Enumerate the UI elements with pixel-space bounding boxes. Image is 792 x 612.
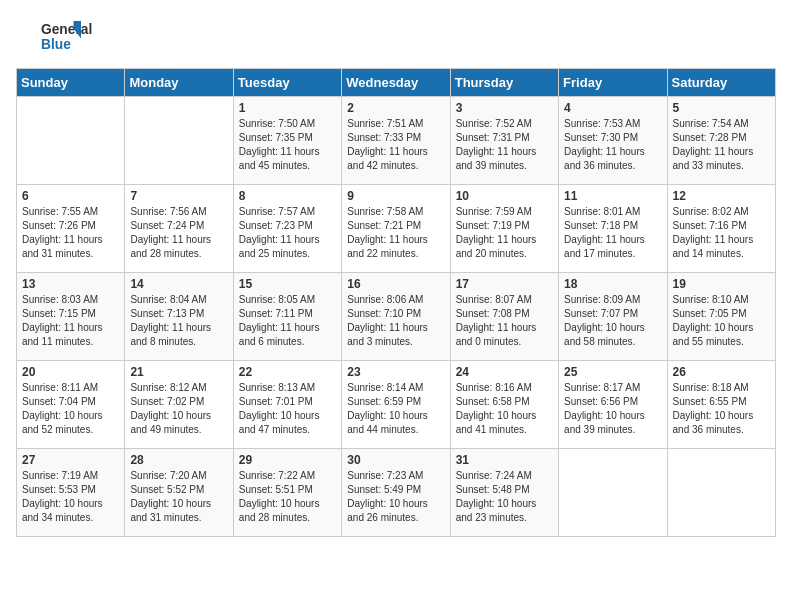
day-number: 22 bbox=[239, 365, 336, 379]
calendar-cell: 21Sunrise: 8:12 AMSunset: 7:02 PMDayligh… bbox=[125, 361, 233, 449]
calendar-cell: 25Sunrise: 8:17 AMSunset: 6:56 PMDayligh… bbox=[559, 361, 667, 449]
day-number: 13 bbox=[22, 277, 119, 291]
weekday-header-wednesday: Wednesday bbox=[342, 69, 450, 97]
calendar-cell: 4Sunrise: 7:53 AMSunset: 7:30 PMDaylight… bbox=[559, 97, 667, 185]
day-info: Sunrise: 7:57 AMSunset: 7:23 PMDaylight:… bbox=[239, 205, 336, 261]
weekday-header-saturday: Saturday bbox=[667, 69, 775, 97]
day-number: 31 bbox=[456, 453, 553, 467]
svg-text:Blue: Blue bbox=[41, 37, 71, 52]
calendar-cell bbox=[667, 449, 775, 537]
weekday-header-row: SundayMondayTuesdayWednesdayThursdayFrid… bbox=[17, 69, 776, 97]
calendar-cell: 30Sunrise: 7:23 AMSunset: 5:49 PMDayligh… bbox=[342, 449, 450, 537]
calendar-cell: 15Sunrise: 8:05 AMSunset: 7:11 PMDayligh… bbox=[233, 273, 341, 361]
day-number: 10 bbox=[456, 189, 553, 203]
day-number: 11 bbox=[564, 189, 661, 203]
calendar-cell: 3Sunrise: 7:52 AMSunset: 7:31 PMDaylight… bbox=[450, 97, 558, 185]
day-number: 21 bbox=[130, 365, 227, 379]
calendar-week-row: 13Sunrise: 8:03 AMSunset: 7:15 PMDayligh… bbox=[17, 273, 776, 361]
day-number: 28 bbox=[130, 453, 227, 467]
day-number: 4 bbox=[564, 101, 661, 115]
page-header: General Blue bbox=[16, 16, 776, 56]
calendar-cell: 6Sunrise: 7:55 AMSunset: 7:26 PMDaylight… bbox=[17, 185, 125, 273]
day-number: 20 bbox=[22, 365, 119, 379]
day-number: 17 bbox=[456, 277, 553, 291]
logo-icon: General Blue bbox=[16, 16, 106, 56]
calendar-cell: 10Sunrise: 7:59 AMSunset: 7:19 PMDayligh… bbox=[450, 185, 558, 273]
day-number: 23 bbox=[347, 365, 444, 379]
day-info: Sunrise: 8:17 AMSunset: 6:56 PMDaylight:… bbox=[564, 381, 661, 437]
calendar-cell: 19Sunrise: 8:10 AMSunset: 7:05 PMDayligh… bbox=[667, 273, 775, 361]
day-number: 8 bbox=[239, 189, 336, 203]
logo: General Blue bbox=[16, 16, 106, 56]
day-info: Sunrise: 8:02 AMSunset: 7:16 PMDaylight:… bbox=[673, 205, 770, 261]
day-number: 25 bbox=[564, 365, 661, 379]
calendar-cell bbox=[125, 97, 233, 185]
calendar-week-row: 27Sunrise: 7:19 AMSunset: 5:53 PMDayligh… bbox=[17, 449, 776, 537]
calendar-cell: 28Sunrise: 7:20 AMSunset: 5:52 PMDayligh… bbox=[125, 449, 233, 537]
svg-text:General: General bbox=[41, 22, 92, 37]
calendar-week-row: 6Sunrise: 7:55 AMSunset: 7:26 PMDaylight… bbox=[17, 185, 776, 273]
day-number: 12 bbox=[673, 189, 770, 203]
day-info: Sunrise: 8:07 AMSunset: 7:08 PMDaylight:… bbox=[456, 293, 553, 349]
day-info: Sunrise: 7:50 AMSunset: 7:35 PMDaylight:… bbox=[239, 117, 336, 173]
calendar-cell: 22Sunrise: 8:13 AMSunset: 7:01 PMDayligh… bbox=[233, 361, 341, 449]
day-info: Sunrise: 7:53 AMSunset: 7:30 PMDaylight:… bbox=[564, 117, 661, 173]
day-number: 6 bbox=[22, 189, 119, 203]
calendar-cell: 27Sunrise: 7:19 AMSunset: 5:53 PMDayligh… bbox=[17, 449, 125, 537]
calendar-cell bbox=[17, 97, 125, 185]
day-number: 9 bbox=[347, 189, 444, 203]
calendar-cell: 8Sunrise: 7:57 AMSunset: 7:23 PMDaylight… bbox=[233, 185, 341, 273]
calendar-cell: 17Sunrise: 8:07 AMSunset: 7:08 PMDayligh… bbox=[450, 273, 558, 361]
day-number: 30 bbox=[347, 453, 444, 467]
calendar-cell: 18Sunrise: 8:09 AMSunset: 7:07 PMDayligh… bbox=[559, 273, 667, 361]
day-info: Sunrise: 8:05 AMSunset: 7:11 PMDaylight:… bbox=[239, 293, 336, 349]
day-number: 3 bbox=[456, 101, 553, 115]
calendar-cell: 26Sunrise: 8:18 AMSunset: 6:55 PMDayligh… bbox=[667, 361, 775, 449]
day-info: Sunrise: 8:01 AMSunset: 7:18 PMDaylight:… bbox=[564, 205, 661, 261]
day-number: 24 bbox=[456, 365, 553, 379]
calendar-table: SundayMondayTuesdayWednesdayThursdayFrid… bbox=[16, 68, 776, 537]
calendar-cell: 1Sunrise: 7:50 AMSunset: 7:35 PMDaylight… bbox=[233, 97, 341, 185]
day-number: 14 bbox=[130, 277, 227, 291]
day-info: Sunrise: 8:06 AMSunset: 7:10 PMDaylight:… bbox=[347, 293, 444, 349]
day-number: 27 bbox=[22, 453, 119, 467]
day-info: Sunrise: 8:11 AMSunset: 7:04 PMDaylight:… bbox=[22, 381, 119, 437]
day-info: Sunrise: 8:04 AMSunset: 7:13 PMDaylight:… bbox=[130, 293, 227, 349]
calendar-cell: 14Sunrise: 8:04 AMSunset: 7:13 PMDayligh… bbox=[125, 273, 233, 361]
day-info: Sunrise: 7:59 AMSunset: 7:19 PMDaylight:… bbox=[456, 205, 553, 261]
weekday-header-thursday: Thursday bbox=[450, 69, 558, 97]
day-info: Sunrise: 7:24 AMSunset: 5:48 PMDaylight:… bbox=[456, 469, 553, 525]
day-info: Sunrise: 7:20 AMSunset: 5:52 PMDaylight:… bbox=[130, 469, 227, 525]
weekday-header-tuesday: Tuesday bbox=[233, 69, 341, 97]
day-info: Sunrise: 7:19 AMSunset: 5:53 PMDaylight:… bbox=[22, 469, 119, 525]
day-number: 19 bbox=[673, 277, 770, 291]
calendar-cell: 12Sunrise: 8:02 AMSunset: 7:16 PMDayligh… bbox=[667, 185, 775, 273]
day-info: Sunrise: 8:03 AMSunset: 7:15 PMDaylight:… bbox=[22, 293, 119, 349]
day-number: 2 bbox=[347, 101, 444, 115]
calendar-cell: 5Sunrise: 7:54 AMSunset: 7:28 PMDaylight… bbox=[667, 97, 775, 185]
calendar-cell: 31Sunrise: 7:24 AMSunset: 5:48 PMDayligh… bbox=[450, 449, 558, 537]
calendar-cell: 11Sunrise: 8:01 AMSunset: 7:18 PMDayligh… bbox=[559, 185, 667, 273]
calendar-cell: 7Sunrise: 7:56 AMSunset: 7:24 PMDaylight… bbox=[125, 185, 233, 273]
day-info: Sunrise: 8:18 AMSunset: 6:55 PMDaylight:… bbox=[673, 381, 770, 437]
weekday-header-sunday: Sunday bbox=[17, 69, 125, 97]
calendar-cell: 29Sunrise: 7:22 AMSunset: 5:51 PMDayligh… bbox=[233, 449, 341, 537]
calendar-cell: 16Sunrise: 8:06 AMSunset: 7:10 PMDayligh… bbox=[342, 273, 450, 361]
day-info: Sunrise: 7:55 AMSunset: 7:26 PMDaylight:… bbox=[22, 205, 119, 261]
calendar-cell: 20Sunrise: 8:11 AMSunset: 7:04 PMDayligh… bbox=[17, 361, 125, 449]
day-info: Sunrise: 7:23 AMSunset: 5:49 PMDaylight:… bbox=[347, 469, 444, 525]
day-info: Sunrise: 8:14 AMSunset: 6:59 PMDaylight:… bbox=[347, 381, 444, 437]
day-number: 16 bbox=[347, 277, 444, 291]
calendar-cell: 13Sunrise: 8:03 AMSunset: 7:15 PMDayligh… bbox=[17, 273, 125, 361]
day-info: Sunrise: 8:09 AMSunset: 7:07 PMDaylight:… bbox=[564, 293, 661, 349]
calendar-week-row: 20Sunrise: 8:11 AMSunset: 7:04 PMDayligh… bbox=[17, 361, 776, 449]
day-info: Sunrise: 7:51 AMSunset: 7:33 PMDaylight:… bbox=[347, 117, 444, 173]
calendar-cell: 9Sunrise: 7:58 AMSunset: 7:21 PMDaylight… bbox=[342, 185, 450, 273]
day-number: 15 bbox=[239, 277, 336, 291]
calendar-cell: 2Sunrise: 7:51 AMSunset: 7:33 PMDaylight… bbox=[342, 97, 450, 185]
day-info: Sunrise: 7:56 AMSunset: 7:24 PMDaylight:… bbox=[130, 205, 227, 261]
day-info: Sunrise: 8:13 AMSunset: 7:01 PMDaylight:… bbox=[239, 381, 336, 437]
calendar-cell bbox=[559, 449, 667, 537]
day-info: Sunrise: 8:16 AMSunset: 6:58 PMDaylight:… bbox=[456, 381, 553, 437]
calendar-cell: 23Sunrise: 8:14 AMSunset: 6:59 PMDayligh… bbox=[342, 361, 450, 449]
